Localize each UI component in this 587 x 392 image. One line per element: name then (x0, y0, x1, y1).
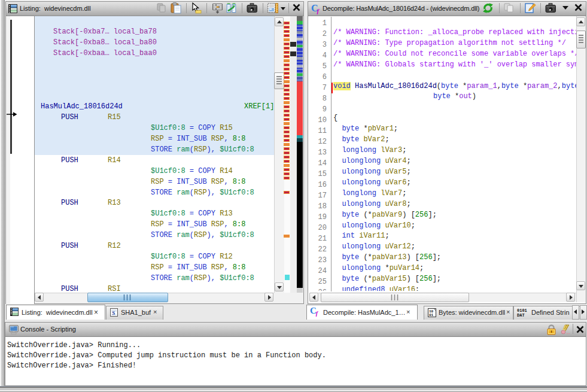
svg-text:01: 01 (429, 313, 434, 317)
svg-text:DAT: DAT (517, 313, 525, 317)
svg-text:S: S (112, 310, 115, 316)
svg-text:0101: 0101 (517, 308, 527, 313)
